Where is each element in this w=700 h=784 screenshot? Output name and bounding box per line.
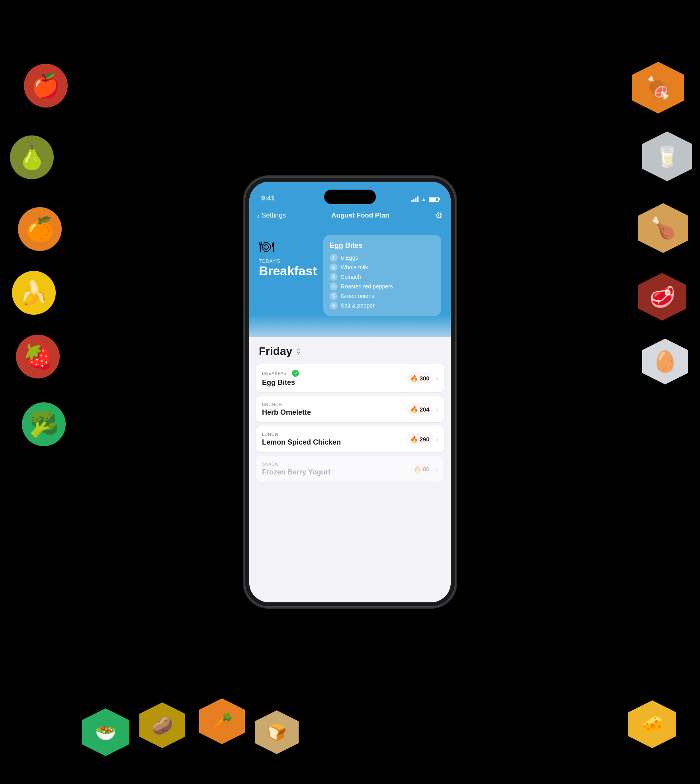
chevron-icon-lunch: › — [436, 436, 438, 443]
meal-card-breakfast-right: 🔥 300 › — [406, 372, 438, 384]
ingredient-list: 16 Eggs2Whole milk3Spinach4Roasted red p… — [330, 254, 435, 310]
back-label: Settings — [262, 212, 286, 220]
meal-card-snack[interactable]: SNACK Frozen Berry Yogurt 🔥 80 › — [256, 456, 444, 482]
todays-label: TODAY'S — [259, 259, 280, 264]
food-carrot: 🥕 — [199, 698, 245, 744]
chevron-icon-breakfast: › — [436, 375, 438, 382]
food-orange: 🍊 — [18, 207, 62, 251]
ingredient-text-1: 6 Eggs — [341, 255, 358, 261]
flame-icon-lunch: 🔥 — [410, 435, 418, 443]
meal-type: Breakfast — [259, 264, 317, 278]
ingredient-text-3: Spinach — [341, 274, 361, 280]
calorie-count-brunch: 204 — [420, 406, 430, 413]
wifi-icon: ▲ — [421, 196, 426, 202]
meal-name-brunch: Herb Omelette — [262, 408, 406, 417]
ingredient-item-5: 5Green onions — [330, 292, 435, 300]
ingredient-text-5: Green onions — [341, 293, 374, 299]
meal-card-lunch-left: LUNCH Lemon Spiced Chicken — [262, 432, 406, 447]
ingredient-item-4: 4Roasted red peppers — [330, 282, 435, 290]
meal-card-snack-left: SNACK Frozen Berry Yogurt — [262, 462, 409, 476]
chevron-icon-snack: › — [436, 466, 438, 473]
ingredient-num-6: 6 — [330, 302, 338, 310]
phone-frame: 9:41 ▲ ‹ Set — [244, 177, 456, 607]
flame-icon-brunch: 🔥 — [410, 406, 418, 413]
calorie-display-brunch: 🔥 204 — [406, 403, 434, 416]
calorie-count-breakfast: 300 — [420, 375, 430, 382]
ingredient-item-1: 16 Eggs — [330, 254, 435, 262]
ingredient-item-3: 3Spinach — [330, 273, 435, 281]
food-milk: 🥛 — [642, 131, 692, 181]
meal-name-lunch: Lemon Spiced Chicken — [262, 438, 406, 447]
food-bread: 🍞 — [255, 710, 299, 754]
meal-name-snack: Frozen Berry Yogurt — [262, 468, 409, 476]
chevron-icon-brunch: › — [436, 406, 438, 413]
meal-name-breakfast: Egg Bites — [262, 378, 406, 387]
meal-card-lunch-right: 🔥 290 › — [406, 433, 438, 445]
food-broccoli: 🥦 — [22, 402, 66, 446]
food-banana: 🍌 — [12, 271, 56, 315]
ingredient-num-4: 4 — [330, 282, 338, 290]
ingredient-item-2: 2Whole milk — [330, 263, 435, 271]
back-chevron-icon: ‹ — [257, 211, 260, 220]
ingredient-num-3: 3 — [330, 273, 338, 281]
meal-card-lunch[interactable]: LUNCH Lemon Spiced Chicken 🔥 290 › — [256, 426, 444, 452]
ingredient-text-2: Whole milk — [341, 264, 368, 270]
scene: 🍎 🍐 🍊 🍌 🍓 🥦 🍖 🥛 🍗 🥩 🥚 🥗 � — [0, 0, 700, 784]
ingredient-num-5: 5 — [330, 292, 338, 300]
settings-button[interactable]: ⚙ — [435, 210, 443, 221]
ingredient-item-6: 6Salt & pepper — [330, 302, 435, 310]
nav-header: ‹ Settings August Food Plan ⚙ — [249, 206, 451, 225]
food-egg: 🥚 — [642, 339, 688, 384]
food-apple: 🍎 — [24, 64, 68, 108]
battery-icon — [429, 197, 439, 202]
meal-type-label-lunch: LUNCH — [262, 432, 406, 437]
food-meat: 🍖 — [632, 62, 684, 114]
meal-type-label-breakfast: BREAKFAST ✓ — [262, 370, 406, 377]
calorie-count-lunch: 290 — [420, 436, 430, 443]
flame-icon-snack: 🔥 — [413, 465, 421, 473]
food-chicken-leg: 🍗 — [638, 203, 688, 253]
meal-card-brunch-right: 🔥 204 › — [406, 403, 438, 416]
food-potato: 🥔 — [139, 702, 185, 748]
food-pear: 🍐 — [10, 135, 54, 179]
completed-badge: ✓ — [292, 370, 299, 377]
food-strawberry: 🍓 — [16, 335, 60, 378]
ingredient-text-6: Salt & pepper — [341, 302, 375, 309]
signal-icon — [411, 196, 418, 202]
meal-type-label-brunch: BRUNCH — [262, 402, 406, 407]
flame-icon-breakfast: 🔥 — [410, 374, 418, 382]
meal-cards: BREAKFAST ✓ Egg Bites 🔥 300 › — [249, 364, 451, 482]
meal-card-breakfast[interactable]: BREAKFAST ✓ Egg Bites 🔥 300 › — [256, 364, 444, 392]
meal-card-breakfast-left: BREAKFAST ✓ Egg Bites — [262, 370, 406, 387]
day-name: Friday — [259, 345, 292, 358]
meal-plate-icon: 🍽 — [259, 238, 274, 255]
recipe-card[interactable]: Egg Bites 16 Eggs2Whole milk3Spinach4Roa… — [323, 235, 441, 316]
meal-type-label-snack: SNACK — [262, 462, 409, 466]
back-button[interactable]: ‹ Settings — [257, 211, 286, 220]
ingredient-text-4: Roasted red peppers — [341, 283, 393, 290]
recipe-name: Egg Bites — [330, 241, 435, 250]
page-title: August Food Plan — [286, 212, 435, 220]
calorie-display-lunch: 🔥 290 — [406, 433, 434, 445]
day-sort-icon[interactable]: ⇕ — [295, 347, 301, 356]
ingredient-num-2: 2 — [330, 263, 338, 271]
meal-card-brunch[interactable]: BRUNCH Herb Omelette 🔥 204 › — [256, 396, 444, 422]
dynamic-island — [324, 190, 376, 204]
food-salad: 🥗 — [82, 708, 129, 756]
status-icons: ▲ — [411, 196, 439, 202]
meal-label-area: 🍽 TODAY'S Breakfast — [259, 235, 317, 278]
scroll-content: Friday ⇕ BREAKFAST ✓ Egg Bites — [249, 337, 451, 602]
hero-section: 🍽 TODAY'S Breakfast Egg Bites 16 Eggs2Wh… — [249, 225, 451, 353]
food-steak: 🥩 — [638, 273, 686, 321]
phone-screen: 9:41 ▲ ‹ Set — [249, 182, 451, 602]
ingredient-num-1: 1 — [330, 254, 338, 262]
food-cheese: 🧀 — [628, 700, 676, 748]
calorie-display-breakfast: 🔥 300 — [406, 372, 434, 384]
calorie-display-snack: 🔥 80 — [409, 463, 434, 475]
day-header: Friday ⇕ — [249, 337, 451, 364]
meal-card-brunch-left: BRUNCH Herb Omelette — [262, 402, 406, 417]
meal-card-snack-right: 🔥 80 › — [409, 463, 438, 475]
calorie-count-snack: 80 — [423, 466, 430, 472]
